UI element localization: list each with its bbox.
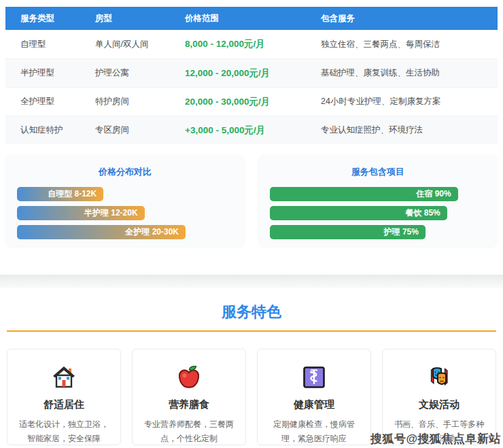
service-items-chart: 服务包含项目 住宿 90% 餐饮 85% 护理 75%: [259, 155, 497, 246]
table-row: 全护理型 特护房间 20,000 - 30,000元/月 24小时专业护理、定制…: [5, 87, 498, 116]
feature-description: 专业营养师配餐，三餐两点，个性化定制: [139, 417, 239, 446]
col-header-room-type: 房型: [95, 13, 185, 24]
bar-meals: 餐饮 85%: [270, 206, 447, 220]
bar-full-care: 全护理 20-30K: [17, 225, 186, 239]
pricing-table: 服务类型 房型 价格范围 包含服务 自理型 单人间/双人间 8,000 - 12…: [5, 7, 498, 144]
bar-lodging: 住宿 90%: [270, 187, 458, 201]
cell-price: 12,000 - 20,000元/月: [185, 67, 321, 80]
feature-title: 舒适居住: [14, 398, 114, 411]
bar-group: 住宿 90% 餐饮 85% 护理 75%: [259, 187, 497, 239]
masks-icon: [389, 364, 489, 390]
cell-service-type: 全护理型: [20, 96, 95, 107]
chart-title: 价格分布对比: [6, 166, 244, 178]
watermark: 搜狐号@搜狐焦点阜新站: [370, 431, 501, 447]
bar-group: 自理型 8-12K 半护理 12-20K 全护理 20-30K: [6, 187, 244, 239]
cell-service-type: 半护理型: [20, 67, 95, 79]
cell-price: 20,000 - 30,000元/月: [185, 96, 321, 108]
cell-room-type: 特护房间: [95, 96, 185, 107]
col-header-service-type: 服务类型: [20, 13, 95, 24]
bar-nursing: 护理 75%: [270, 225, 426, 239]
table-row: 自理型 单人间/双人间 8,000 - 12,000元/月 独立住宿、三餐两点、…: [5, 30, 498, 58]
charts-row: 价格分布对比 自理型 8-12K 半护理 12-20K 全护理 20-30K 服…: [6, 155, 497, 246]
cell-room-type: 专区房间: [95, 124, 185, 136]
chart-title: 服务包含项目: [259, 166, 497, 178]
section-title: 服务特色: [0, 302, 503, 322]
table-row: 认知症特护 专区房间 +3,000 - 5,000元/月 专业认知症照护、环境疗…: [5, 116, 498, 144]
feature-card-housing: 舒适居住 适老化设计，独立卫浴，智能家居，安全保障: [7, 349, 121, 445]
house-icon: [14, 364, 114, 390]
feature-card-health: 健康管理 定期健康检查，慢病管理，紧急医疗响应: [257, 349, 371, 445]
features-section: 服务特色 舒适居住 适老化设计，独立卫浴，智能家居，安全保障: [0, 288, 503, 445]
col-header-price-range: 价格范围: [185, 13, 321, 24]
feature-card-meals: 营养膳食 专业营养师配餐，三餐两点，个性化定制: [132, 349, 246, 445]
cell-services: 基础护理、康复训练、生活协助: [321, 67, 498, 79]
apple-icon: [139, 364, 239, 390]
bar-semi-care: 半护理 12-20K: [17, 206, 145, 220]
cell-room-type: 单人间/双人间: [95, 39, 185, 50]
cell-price: +3,000 - 5,000元/月: [185, 124, 321, 137]
table-header-row: 服务类型 房型 价格范围 包含服务: [5, 7, 498, 30]
feature-description: 定期健康检查，慢病管理，紧急医疗响应: [264, 417, 364, 446]
feature-title: 营养膳食: [139, 398, 239, 411]
cell-price: 8,000 - 12,000元/月: [185, 38, 321, 50]
cell-services: 24小时专业护理、定制康复方案: [321, 96, 498, 107]
cell-services: 专业认知症照护、环境疗法: [321, 124, 498, 136]
price-distribution-chart: 价格分布对比 自理型 8-12K 半护理 12-20K 全护理 20-30K: [6, 155, 244, 246]
orange-divider: [7, 330, 496, 332]
bar-self-care: 自理型 8-12K: [17, 187, 103, 201]
medical-icon: [264, 364, 364, 390]
feature-title: 健康管理: [264, 398, 364, 411]
cell-service-type: 认知症特护: [20, 124, 95, 136]
col-header-services: 包含服务: [321, 13, 498, 24]
cell-room-type: 护理公寓: [95, 67, 185, 79]
table-row: 半护理型 护理公寓 12,000 - 20,000元/月 基础护理、康复训练、生…: [5, 58, 498, 87]
feature-description: 适老化设计，独立卫浴，智能家居，安全保障: [14, 417, 114, 446]
feature-title: 文娱活动: [389, 398, 489, 411]
section-divider: [0, 275, 503, 288]
cell-service-type: 自理型: [20, 39, 95, 50]
cell-services: 独立住宿、三餐两点、每周保洁: [321, 39, 498, 50]
